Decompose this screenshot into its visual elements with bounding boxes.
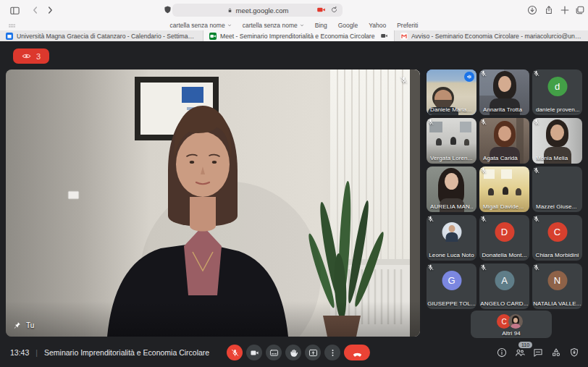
new-tab-icon[interactable] bbox=[560, 5, 570, 15]
self-video-tile: Tu bbox=[6, 69, 420, 337]
tab-calendar[interactable]: Università Magna Graecia di Catanzaro - … bbox=[0, 30, 203, 41]
meeting-title: Seminario Imprenditorialità e Economia C… bbox=[44, 348, 209, 357]
self-video bbox=[6, 69, 420, 337]
participant-tile-annarita[interactable]: Annarita Trotta bbox=[479, 69, 529, 115]
bookmark-item[interactable]: Preferiti bbox=[397, 22, 418, 29]
sidebar-toggle-icon[interactable] bbox=[9, 5, 20, 16]
participant-tile-carida[interactable]: Agata Caridà bbox=[479, 118, 529, 164]
tab-camera-indicator-icon bbox=[380, 32, 388, 40]
address-bar[interactable]: meet.google.com bbox=[172, 4, 343, 17]
mic-off-icon bbox=[479, 118, 487, 126]
meet-footer: 13:43 | Seminario Imprenditorialità e Ec… bbox=[0, 338, 588, 367]
chevron-down-icon bbox=[227, 23, 232, 28]
mic-off-icon bbox=[427, 118, 434, 126]
lock-icon bbox=[227, 7, 233, 14]
meet-favicon bbox=[209, 33, 217, 40]
chevron-down-icon bbox=[300, 23, 304, 28]
bookmark-item[interactable]: Bing bbox=[315, 22, 327, 29]
mic-off-icon bbox=[399, 75, 408, 85]
bookmarks-bar: cartella senza nome cartella senza nome … bbox=[0, 20, 588, 31]
captions-button[interactable] bbox=[266, 345, 282, 360]
mic-off-icon bbox=[532, 166, 540, 174]
participant-tile-mazzei[interactable]: Mazzei Giuse... bbox=[532, 166, 582, 212]
participant-tile-migali[interactable]: Migali Davide... bbox=[479, 166, 529, 212]
share-icon[interactable] bbox=[544, 5, 554, 15]
participants-button[interactable]: 110 bbox=[515, 347, 525, 358]
participant-tile-chiara[interactable]: C Chiara Morbidini bbox=[532, 215, 582, 261]
participant-tile-donatella[interactable]: D Donatella Mont... bbox=[479, 215, 529, 261]
self-label: Tu bbox=[26, 321, 34, 329]
privacy-shield-icon[interactable] bbox=[163, 5, 172, 14]
mic-off-icon bbox=[479, 215, 487, 223]
raise-hand-button[interactable] bbox=[285, 345, 301, 360]
audio-speaking-indicator bbox=[464, 72, 474, 82]
participant-tile-giuseppe[interactable]: G GIUSEPPE TOL... bbox=[427, 263, 476, 309]
others-tile[interactable]: C Altri 94 bbox=[471, 311, 552, 338]
mic-off-icon bbox=[427, 215, 434, 223]
present-button[interactable] bbox=[305, 345, 321, 360]
participant-tile-aurelia[interactable]: AURELIA MAN... bbox=[427, 166, 476, 212]
bookmarks-grid-icon[interactable] bbox=[8, 22, 16, 30]
back-icon[interactable] bbox=[30, 5, 41, 15]
viewer-count: 3 bbox=[36, 52, 41, 61]
downloads-icon[interactable] bbox=[527, 5, 537, 15]
host-controls-button[interactable] bbox=[569, 347, 579, 358]
reload-icon[interactable] bbox=[330, 6, 338, 14]
meeting-details-button[interactable] bbox=[497, 347, 507, 358]
bookmark-item[interactable]: Google bbox=[338, 22, 358, 29]
participant-tile-daniele-prov[interactable]: d daniele proven... bbox=[532, 69, 582, 115]
participant-tile-vergata[interactable]: Vergata Loren... bbox=[427, 118, 476, 164]
mic-off-icon bbox=[427, 263, 434, 271]
mic-off-icon bbox=[532, 69, 540, 77]
pin-icon[interactable] bbox=[13, 321, 21, 329]
bookmark-folder[interactable]: cartella senza nome bbox=[170, 22, 232, 29]
calendar-favicon bbox=[6, 33, 13, 40]
bookmark-item[interactable]: Yahoo bbox=[369, 22, 386, 29]
meet-stage: 3 bbox=[0, 41, 588, 367]
chat-button[interactable] bbox=[533, 347, 543, 358]
forward-icon[interactable] bbox=[45, 5, 55, 15]
others-avatar-photo bbox=[508, 314, 523, 329]
separator: | bbox=[35, 348, 38, 357]
leave-call-button[interactable] bbox=[344, 345, 370, 360]
participant-tile-leone[interactable]: Leone Luca Noto bbox=[427, 215, 476, 261]
participant-tile-daniele-maria[interactable]: Daniele Maria... bbox=[427, 69, 476, 115]
mic-off-icon bbox=[479, 166, 487, 174]
participant-tile-natalia[interactable]: N NATALIA VALLE... bbox=[532, 263, 582, 309]
activities-button[interactable] bbox=[551, 347, 561, 358]
address-url: meet.google.com bbox=[236, 7, 289, 14]
tab-meet[interactable]: Meet - Seminario Imprenditorialità e Eco… bbox=[203, 30, 395, 41]
tab-overview-icon[interactable] bbox=[575, 5, 585, 15]
eye-icon bbox=[22, 51, 31, 61]
mic-off-icon bbox=[532, 118, 540, 126]
tab-bar: Università Magna Graecia di Catanzaro - … bbox=[0, 30, 588, 41]
participant-tile-monia[interactable]: Monia Melia bbox=[532, 118, 582, 164]
camera-active-icon[interactable] bbox=[316, 5, 326, 14]
mic-off-icon bbox=[532, 263, 540, 271]
clock: 13:43 bbox=[10, 348, 29, 357]
participants-count-badge: 110 bbox=[518, 342, 532, 348]
mic-off-icon bbox=[479, 263, 487, 271]
mic-off-icon bbox=[532, 215, 540, 223]
mic-button[interactable] bbox=[227, 345, 243, 360]
tab-gmail[interactable]: Avviso - Seminario Economia Circolare - … bbox=[395, 30, 588, 41]
bookmark-folder[interactable]: cartella senza nome bbox=[243, 22, 304, 29]
camera-button[interactable] bbox=[246, 345, 262, 360]
browser-toolbar: meet.google.com bbox=[0, 0, 588, 21]
gmail-favicon bbox=[400, 33, 408, 40]
mic-off-icon bbox=[479, 69, 487, 77]
participant-tile-angelo[interactable]: A ANGELO CARD... bbox=[479, 263, 529, 309]
viewer-count-badge[interactable]: 3 bbox=[13, 48, 49, 64]
more-options-button[interactable] bbox=[324, 345, 340, 360]
